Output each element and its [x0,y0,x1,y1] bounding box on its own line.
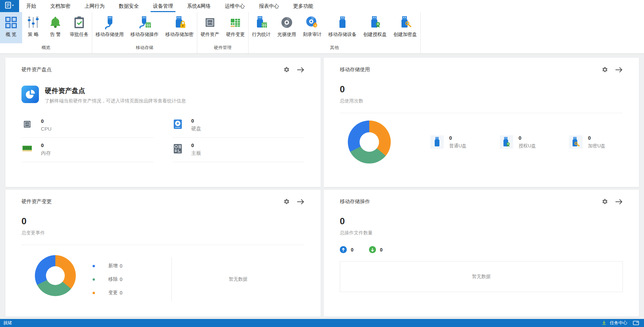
task-center-label: 任务中心 [610,320,627,326]
stat-memory: 0 内存 [21,140,154,162]
total-value: 0 [340,216,623,227]
stat-motherboard: 0 主板 [172,140,305,162]
task-center-button[interactable]: 任务中心 [601,320,644,326]
stat-cpu: CPU 0 CPU [21,116,154,138]
ribbon-item-storage-operation[interactable]: 移动存储操作 [127,12,162,43]
empty-placeholder: 暂无数据 [340,261,623,292]
cpu-chip-icon: CPU [202,14,218,31]
stat-disk: 0 硬盘 [172,116,305,138]
ribbon-item-overview[interactable]: 概 览 [0,12,22,43]
ribbon-item-storage-usage[interactable]: 移动存储使用 [92,12,127,43]
stat-authorized-usb: 0 授权U盘 [500,135,536,149]
ribbon-item-alert[interactable]: 告 警 [44,12,66,43]
legend-value: 0 [120,290,122,295]
ribbon-group-other: 行为统计 光驱使用 刻录审计 移动存储设备 [249,12,421,53]
card-title: 移动存储使用 [340,66,602,73]
ribbon-item-label: 概 览 [6,32,16,38]
menu-item-more[interactable]: 更多功能 [286,0,320,12]
ribbon-item-label: 刻录审计 [303,32,322,38]
stat-label: 授权U盘 [519,143,536,149]
total-value: 0 [21,216,305,227]
card-hardware-inventory: 硬件资产盘点 硬件资产盘点 了解终端当前硬件资产情况，可进入详情页面按品牌等查看… [5,58,321,187]
statusbar: 就绪 任务中心 [0,319,644,327]
card-hardware-changes: 硬件资产变更 0 总变更事件 新增 0 移除 0 [5,190,321,317]
total-label: 总使用次数 [340,98,623,104]
ribbon-item-create-encrypted-disk[interactable]: 创建加密盘 [390,12,420,43]
usb-device-icon [335,14,350,31]
legend-item-removed: 移除 0 [93,276,171,282]
ribbon-item-behavior-stats[interactable]: 行为统计 [249,12,274,43]
menu-item-start[interactable]: 开始 [19,0,43,12]
gear-icon[interactable] [602,198,608,205]
svg-text:CPU: CPU [25,124,29,125]
arrow-right-icon[interactable] [297,67,305,73]
ribbon-item-create-authorized-disk[interactable]: 创建授权盘 [360,12,390,43]
usb-lock-icon [172,14,187,31]
ribbon-item-approval-tasks[interactable]: 审批任务 [66,12,92,43]
legend-label: 变更 [108,290,118,296]
monitor-icon[interactable] [633,321,639,325]
menu-item-web-behavior[interactable]: 上网行为 [77,0,112,12]
download-circle-icon [369,246,376,253]
upload-count: 0 [351,247,354,252]
app-menu-icon [5,2,14,10]
stat-label: 普通U盘 [449,143,467,149]
app-menu-button[interactable] [0,0,19,12]
ribbon-item-label: 创建授权盘 [363,32,387,38]
menu-item-doc-encryption[interactable]: 文档加密 [43,0,77,12]
menu-item-report-center[interactable]: 报表中心 [252,0,286,12]
arrow-right-icon[interactable] [297,199,305,205]
legend-label: 移除 [108,276,118,282]
ribbon-item-burn-audit[interactable]: 刻录审计 [300,12,325,43]
hardware-change-icon [228,14,243,31]
usb-encrypted-mini-icon [569,135,583,149]
stat-label: CPU [41,126,52,132]
ribbon-item-label: 光驱使用 [277,32,296,38]
gear-icon[interactable] [602,66,608,73]
stat-normal-usb: 0 普通U盘 [430,135,467,149]
legend-value: 0 [120,277,122,282]
menu-item-ops-center[interactable]: 运维中心 [218,0,252,12]
ribbon-item-cdrom-usage[interactable]: 光驱使用 [274,12,300,43]
ribbon-item-label: 策 略 [28,32,39,38]
menu-item-system-network[interactable]: 系统&网络 [180,0,218,12]
ribbon-group-label: 其他 [249,43,420,53]
stat-value: 0 [588,135,605,141]
legend-value: 0 [120,263,122,269]
ribbon-item-storage-devices[interactable]: 移动存储设备 [325,12,360,43]
arrow-right-icon[interactable] [615,67,623,73]
legend-item-changed: 变更 0 [93,290,171,296]
card-storage-operations: 移动存储操作 0 总操作文件数量 0 0 暂无数据 [324,190,639,317]
dashboard: 硬件资产盘点 硬件资产盘点 了解终端当前硬件资产情况，可进入详情页面按品牌等查看… [0,54,644,317]
gear-icon[interactable] [283,66,290,73]
ribbon-toolbar: 概 览 策 略 告 警 审批任务 概览 [0,12,644,54]
ribbon-group-label: 概览 [0,43,92,53]
card-title: 硬件资产变更 [21,198,283,205]
cdrom-icon [279,14,294,31]
ribbon-item-label: 创建加密盘 [393,32,417,38]
pie-app-icon [21,86,39,104]
status-ready-text: 就绪 [0,320,601,326]
ribbon-item-label: 移动存储加密 [165,32,194,38]
total-label: 总操作文件数量 [340,230,623,236]
stat-value: 0 [191,142,201,148]
stat-label: 内存 [41,150,51,156]
legend-item-added: 新增 0 [93,263,171,269]
menu-item-device-management[interactable]: 设备管理 [146,0,180,12]
ribbon-item-storage-encrypt[interactable]: 移动存储加密 [162,12,197,43]
ribbon-item-hardware-assets[interactable]: CPU 硬件资产 [197,12,223,43]
card-title: 移动存储操作 [340,198,602,205]
hero-description: 了解终端当前硬件资产情况，可进入详情页面按品牌等查看统计信息 [45,98,186,104]
ribbon-item-label: 硬件变更 [226,32,245,38]
stat-value: 0 [519,135,536,141]
ribbon-item-label: 移动存储操作 [130,32,159,38]
usb-cable-icon [102,14,117,31]
menu-item-data-security[interactable]: 数据安全 [112,0,146,12]
ribbon-group-removable-storage: 移动存储使用 移动存储操作 移动存储加密 移动存储 [92,12,197,53]
usb-plain-mini-icon [430,135,444,149]
ribbon-item-label: 硬件资产 [201,32,219,38]
gear-icon[interactable] [283,198,290,205]
ribbon-item-policy[interactable]: 策 略 [22,12,44,43]
ribbon-item-hardware-change[interactable]: 硬件变更 [223,12,248,43]
arrow-right-icon[interactable] [615,199,623,205]
